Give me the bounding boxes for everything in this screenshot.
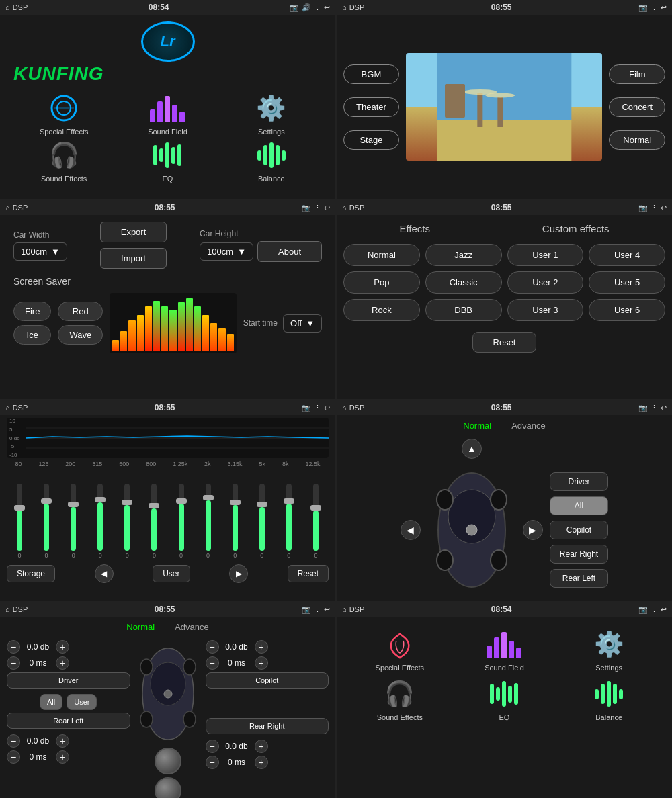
more-icon-p4[interactable]: ⋮ bbox=[650, 204, 658, 212]
about-button[interactable]: About bbox=[257, 241, 322, 262]
fire-button[interactable]: Fire bbox=[13, 302, 51, 321]
home-icon-p8[interactable]: ⌂ bbox=[342, 605, 347, 613]
storage-button[interactable]: Storage bbox=[7, 565, 55, 582]
user4-btn[interactable]: User 4 bbox=[589, 244, 665, 266]
copilot-button[interactable]: Copilot bbox=[550, 521, 608, 539]
left-db-plus[interactable]: + bbox=[56, 640, 69, 654]
reset-button[interactable]: Reset bbox=[472, 332, 537, 353]
slider-track-315k[interactable] bbox=[233, 484, 238, 551]
user-pos-btn[interactable]: User bbox=[67, 694, 97, 710]
settings-item[interactable]: ⚙️ Settings bbox=[221, 91, 322, 136]
play-button[interactable]: ▶ bbox=[229, 564, 248, 583]
export-button[interactable]: Export bbox=[100, 222, 167, 242]
back-icon-p2[interactable]: ↩ bbox=[661, 3, 667, 12]
driver-position-btn[interactable]: Driver bbox=[7, 672, 130, 689]
rear-left-position-btn[interactable]: Rear Left bbox=[7, 713, 130, 729]
concert-button[interactable]: Concert bbox=[609, 97, 665, 117]
home-icon-p3[interactable]: ⌂ bbox=[5, 204, 10, 212]
jazz-effect-btn[interactable]: Jazz bbox=[425, 244, 502, 266]
right-db-minus2[interactable]: − bbox=[206, 740, 219, 753]
slider-track-125[interactable] bbox=[44, 484, 49, 551]
stage-button[interactable]: Stage bbox=[343, 130, 399, 150]
more-icon-p2[interactable]: ⋮ bbox=[650, 3, 658, 12]
eq-item-p8[interactable]: EQ bbox=[455, 677, 554, 721]
more-icon-p5[interactable]: ⋮ bbox=[314, 404, 321, 412]
left-db-minus2[interactable]: − bbox=[7, 734, 20, 748]
home-icon-p2[interactable]: ⌂ bbox=[342, 3, 347, 11]
eq-item[interactable]: EQ bbox=[117, 138, 218, 183]
knob-top[interactable] bbox=[155, 748, 181, 774]
balance-item[interactable]: Balance bbox=[221, 138, 322, 183]
back-icon-p3[interactable]: ↩ bbox=[324, 204, 330, 212]
sound-field-item-p8[interactable]: Sound Field bbox=[455, 627, 554, 672]
back-icon-p8[interactable]: ↩ bbox=[661, 605, 667, 614]
left-ms-plus[interactable]: + bbox=[56, 656, 69, 670]
classic-effect-btn[interactable]: Classic bbox=[425, 271, 502, 294]
right-db-plus2[interactable]: + bbox=[255, 740, 268, 753]
right-db-minus[interactable]: − bbox=[206, 640, 219, 654]
red-button[interactable]: Red bbox=[58, 302, 103, 321]
slider-track-80[interactable] bbox=[17, 484, 22, 551]
import-button[interactable]: Import bbox=[100, 248, 167, 269]
slider-track-2k[interactable] bbox=[206, 484, 211, 551]
normal-button[interactable]: Normal bbox=[609, 130, 665, 150]
left-ms-plus2[interactable]: + bbox=[56, 750, 69, 764]
car-width-dropdown[interactable]: 100cm ▼ bbox=[13, 242, 67, 261]
slider-track-5k[interactable] bbox=[259, 484, 265, 551]
back-icon-p4[interactable]: ↩ bbox=[661, 204, 667, 212]
normal-mode-tab-p7[interactable]: Normal bbox=[120, 621, 161, 633]
more-icon-p8[interactable]: ⋮ bbox=[650, 605, 658, 614]
slider-track-500[interactable] bbox=[124, 484, 130, 551]
start-time-dropdown[interactable]: Off ▼ bbox=[283, 314, 322, 332]
sound-field-item[interactable]: Sound Field bbox=[117, 91, 218, 136]
slider-track-1250[interactable] bbox=[179, 484, 184, 551]
left-ms-minus2[interactable]: − bbox=[7, 750, 20, 764]
all-button[interactable]: All bbox=[550, 496, 608, 515]
slider-track-8k[interactable] bbox=[286, 484, 292, 551]
home-icon-p5[interactable]: ⌂ bbox=[5, 404, 10, 412]
home-icon-p1[interactable]: ⌂ bbox=[5, 3, 10, 11]
left-nav-button[interactable]: ◀ bbox=[401, 520, 421, 540]
rear-right-position-btn[interactable]: Rear Right bbox=[206, 718, 329, 734]
slider-track-800[interactable] bbox=[151, 484, 157, 551]
back-icon-p7[interactable]: ↩ bbox=[324, 605, 330, 614]
wave-button[interactable]: Wave bbox=[58, 325, 103, 345]
eq-reset-button[interactable]: Reset bbox=[288, 565, 329, 582]
home-icon-p7[interactable]: ⌂ bbox=[5, 605, 10, 613]
sound-effects-item-p8[interactable]: 🎧 Sound Effects bbox=[350, 677, 450, 721]
advance-mode-tab[interactable]: Advance bbox=[505, 419, 552, 432]
film-button[interactable]: Film bbox=[609, 64, 665, 84]
normal-mode-tab[interactable]: Normal bbox=[456, 419, 498, 432]
user1-btn[interactable]: User 1 bbox=[507, 244, 584, 266]
rewind-button[interactable]: ◀ bbox=[95, 564, 114, 583]
back-icon-p6[interactable]: ↩ bbox=[661, 404, 667, 412]
rear-right-button[interactable]: Rear Right bbox=[550, 545, 608, 564]
user3-btn[interactable]: User 3 bbox=[507, 299, 584, 321]
right-ms-plus2[interactable]: + bbox=[255, 756, 268, 769]
special-effects-item-p8[interactable]: Special Effects bbox=[350, 627, 450, 672]
user6-btn[interactable]: User 6 bbox=[589, 299, 665, 321]
sound-effects-item[interactable]: 🎧 Sound Effects bbox=[13, 138, 114, 183]
more-icon-p3[interactable]: ⋮ bbox=[314, 204, 321, 212]
left-ms-minus[interactable]: − bbox=[7, 656, 20, 670]
more-icon-p1[interactable]: ⋮ bbox=[314, 3, 321, 12]
right-ms-minus[interactable]: − bbox=[206, 656, 219, 670]
slider-track-200[interactable] bbox=[71, 484, 76, 551]
driver-button[interactable]: Driver bbox=[550, 472, 608, 491]
all-pos-btn[interactable]: All bbox=[40, 694, 62, 710]
pop-effect-btn[interactable]: Pop bbox=[343, 271, 420, 294]
user2-btn[interactable]: User 2 bbox=[507, 271, 584, 294]
home-icon-p4[interactable]: ⌂ bbox=[342, 204, 347, 212]
more-icon-p7[interactable]: ⋮ bbox=[314, 605, 321, 614]
car-height-dropdown[interactable]: 100cm ▼ bbox=[200, 242, 253, 261]
user-button[interactable]: User bbox=[153, 565, 190, 582]
normal-effect-btn[interactable]: Normal bbox=[343, 244, 420, 266]
slider-track-315[interactable] bbox=[97, 484, 103, 551]
more-icon-p6[interactable]: ⋮ bbox=[650, 404, 658, 412]
rock-effect-btn[interactable]: Rock bbox=[343, 299, 420, 321]
balance-item-p8[interactable]: Balance bbox=[559, 677, 659, 721]
home-icon-p6[interactable]: ⌂ bbox=[342, 404, 347, 412]
rear-left-button[interactable]: Rear Left bbox=[550, 569, 608, 588]
ice-button[interactable]: Ice bbox=[13, 325, 51, 345]
right-ms-minus2[interactable]: − bbox=[206, 756, 219, 769]
